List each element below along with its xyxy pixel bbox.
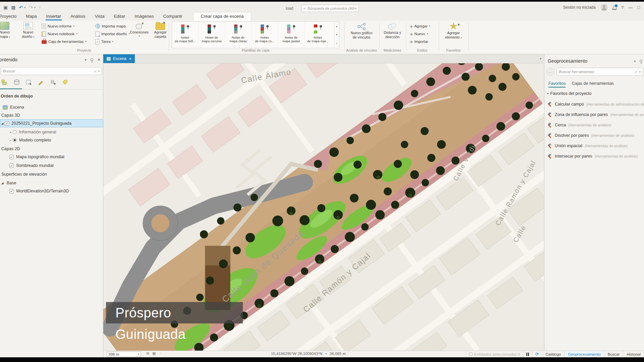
tab-mapa[interactable]: Mapa (21, 12, 42, 21)
contents-search[interactable]: ⌕ ▾ (1, 67, 102, 75)
statusbar-tab-historial[interactable]: Historial (623, 351, 644, 357)
grid-icon[interactable]: ▦ (152, 351, 156, 356)
gallery-expand-icon[interactable]: ⇓ (334, 39, 339, 48)
expander-icon[interactable]: ◢ (0, 181, 5, 185)
tool-intersecar-por-pares[interactable]: Intersecar por pares (Herramientas de an… (547, 152, 644, 161)
statusbar-tab-geoprocesamiento[interactable]: Geoprocesamiento (565, 351, 604, 357)
tree-item-informacion-general[interactable]: ▸ Información general (0, 128, 103, 136)
chevron-down-icon[interactable]: ▾ (98, 70, 100, 73)
list-by-editing-icon[interactable] (38, 79, 44, 86)
layer-checkbox[interactable]: ✓ (9, 189, 14, 193)
view-tab-escena[interactable]: Escena ✕ (103, 54, 135, 63)
nuevo-notebook-button[interactable]: Nuevo notebook▾ (42, 31, 87, 37)
nuevo-informe-button[interactable]: Nuevo informe▾ (42, 23, 87, 29)
redo-chevron-icon[interactable]: ▾ (34, 6, 36, 9)
list-by-selection-icon[interactable] (25, 79, 32, 86)
gallery-item-notas-oscuras[interactable]: Notas demapa oscuras (199, 22, 225, 48)
list-by-labeling-icon[interactable] (62, 79, 68, 86)
tab-editar[interactable]: Editar (109, 12, 130, 21)
geoprocessing-search-input[interactable] (559, 70, 633, 74)
undo-icon[interactable]: ↶ (19, 5, 23, 10)
nuevo-diseno-button[interactable]: Nuevo diseño ▾ (18, 22, 38, 48)
refresh-icon[interactable]: ⟳ (532, 351, 542, 357)
notifications-bell-icon[interactable] (612, 5, 616, 9)
tab-insertar[interactable]: Insertar (42, 12, 66, 21)
tree-item-proyecto-guiniguada[interactable]: ◢ ✓ 20250221_Proyecto Guiniguada (0, 119, 103, 127)
tab-favoritos[interactable]: Favoritos (548, 81, 566, 87)
radio-checked-icon[interactable] (13, 138, 17, 142)
importar-mapa-button[interactable]: Importar mapa (95, 23, 130, 29)
gallery-scroll-down-icon[interactable]: ▼ (334, 31, 339, 39)
tree-group-capas-3d[interactable]: Capas 3D (0, 111, 103, 119)
panel-close-icon[interactable]: ✕ (97, 57, 101, 62)
tarea-button[interactable]: ✓Tarea▾ (95, 38, 130, 45)
nuevo-grafico-vinculos-button[interactable]: Nuevo gráfico de vínculos (346, 22, 377, 48)
estilos-nuevo-button[interactable]: ◈Nuevo▾ (410, 31, 430, 37)
tree-item-base[interactable]: ◢ Base (0, 179, 103, 187)
chevron-down-icon[interactable]: ▾ (639, 70, 641, 73)
save-project-icon[interactable]: ▣ (3, 5, 8, 10)
geoprocessing-search[interactable]: ⌕ ▾ (556, 68, 643, 76)
gallery-item-notas-convencionales[interactable]: Notasde mapa co... (252, 22, 278, 48)
tab-cajas-de-herramientas[interactable]: Cajas de herramientas (572, 81, 614, 87)
project-options-icon[interactable]: ▦ (11, 5, 15, 10)
gallery-item-notas-rojas[interactable]: Notasde mapa roja... (305, 22, 331, 48)
caja-herramientas-button[interactable]: Caja de herramientas▾ (42, 38, 87, 45)
redo-icon[interactable]: ↷ (29, 5, 33, 10)
statusbar-tab-buscar[interactable]: Buscar (604, 351, 624, 357)
tool-disolver-por-pares[interactable]: Disolver por pares (Herramientas de anál… (547, 131, 644, 140)
help-button[interactable]: ? (621, 5, 624, 10)
command-search[interactable]: ⌕ (301, 5, 359, 12)
conexiones-button[interactable]: + Conexiones ▾ (129, 22, 150, 48)
expander-icon[interactable]: ◢ (0, 122, 5, 125)
extent-icon[interactable]: ⊞ (146, 351, 149, 356)
view-tabs-chevron-icon[interactable]: ▾ (540, 57, 541, 60)
tab-vista[interactable]: Vista (90, 12, 109, 21)
account-avatar[interactable] (600, 4, 608, 11)
maximize-button[interactable]: □ (637, 5, 640, 10)
expander-icon[interactable]: ▸ (9, 131, 13, 134)
layer-checkbox[interactable]: ✓ (9, 164, 14, 168)
gallery-scroll-up-icon[interactable]: ▲ (334, 22, 339, 31)
tool-calcular-campo[interactable]: Calcular campo (Herramientas de administ… (547, 100, 644, 109)
layer-checkbox[interactable]: ✓ (9, 155, 14, 159)
coords-chevron-icon[interactable]: ▾ (325, 352, 327, 355)
tool-cerca[interactable]: Cerca (Herramientas de análisis) (547, 121, 644, 129)
undo-chevron-icon[interactable]: ▾ (24, 6, 25, 9)
importar-diseno-button[interactable]: Importar diseño▾ (95, 31, 130, 37)
tree-group-capas-2d[interactable]: Capas 2D (0, 145, 103, 153)
minimize-button[interactable]: — (628, 5, 633, 10)
gallery-item-notas-claras[interactable]: Notas demapa claras (225, 22, 252, 48)
close-view-icon[interactable]: ✕ (129, 57, 131, 61)
gallery-item-notas-brillantes[interactable]: Notasde mapa brill... (172, 22, 199, 48)
tab-analisis[interactable]: Análisis (66, 12, 90, 21)
agregar-elemento-button[interactable]: ★ Agregar elemento ▾ (441, 22, 466, 48)
scale-dropdown[interactable]: 398 m▾ (107, 352, 141, 357)
tab-proyecto[interactable]: Proyecto (0, 12, 21, 21)
statusbar-tab-catalogo[interactable]: Catálogo (542, 351, 565, 357)
scene-map-canvas[interactable]: Calle Álamo Calle Verdi Calle Ramón y Ca… (103, 63, 544, 351)
tool-union-espacial[interactable]: Unión espacial (Herramientas de análisis… (547, 141, 644, 150)
tree-item-escena[interactable]: Escena (0, 103, 103, 111)
selection-count[interactable]: Entidades seleccionadas 0 (466, 351, 523, 357)
tab-compartir[interactable]: Compartir (158, 12, 187, 21)
panel-pin-icon[interactable] (91, 58, 93, 61)
panel-menu-chevron-icon[interactable]: ▾ (85, 58, 87, 62)
section-collapse-icon[interactable]: ▾ (547, 92, 549, 95)
pause-drawing-button[interactable] (523, 351, 532, 357)
coordinate-readout[interactable]: 15,4196295°W 28,1009043°N ▾ 36,065 m (271, 352, 346, 356)
tree-item-world-elevation[interactable]: ✓ WorldElevation3D/Terrain3D (0, 187, 103, 195)
list-by-data-source-icon[interactable] (13, 79, 20, 86)
gallery-item-notas-pastel[interactable]: Notas demapa pastel (278, 22, 305, 48)
customize-qat-icon[interactable]: ▿ (39, 6, 41, 9)
tab-imagenes[interactable]: Imágenes (130, 12, 158, 21)
nuevo-mapa-button[interactable]: Nuevo mapa ▾ (0, 22, 15, 48)
panel-menu-chevron-icon[interactable]: ▾ (634, 59, 636, 63)
radio-unchecked-icon[interactable] (13, 130, 17, 134)
command-search-input[interactable] (308, 6, 357, 10)
distancia-direccion-button[interactable]: Distancia y dirección (380, 22, 405, 48)
back-button[interactable]: ← (546, 68, 554, 76)
list-by-snapping-icon[interactable] (50, 79, 56, 86)
panel-pin-icon[interactable] (640, 60, 642, 62)
tree-item-modelo-completo[interactable]: ▸ Modelo completo (0, 136, 103, 144)
